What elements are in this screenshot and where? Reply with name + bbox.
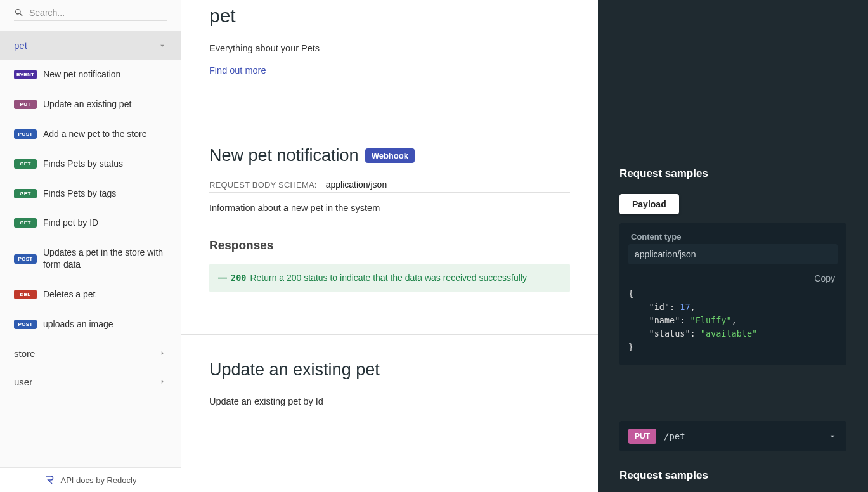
copy-button[interactable]: Copy (628, 273, 838, 283)
method-badge: DEL (14, 290, 37, 299)
nav-item-label: Deletes a pet (43, 288, 167, 301)
nav-item-label: uploads an image (43, 318, 167, 330)
nav-item-label: Updates a pet in the store with form dat… (43, 247, 167, 271)
operation-title-2: Update an existing pet (209, 360, 570, 380)
sample-body: Content type application/json Copy { "id… (619, 223, 846, 365)
operation-title: New pet notification (209, 146, 359, 165)
response-text: Return a 200 status to indicate that the… (250, 273, 527, 283)
payload-tab[interactable]: Payload (619, 194, 679, 214)
nav-item-label: Add a new pet to the store (43, 128, 167, 140)
request-samples-heading-2: Request samples (619, 469, 846, 482)
endpoint-method: PUT (628, 429, 656, 444)
nav-item-label: Finds Pets by status (43, 158, 167, 170)
method-badge: EVENT (14, 70, 37, 79)
schema-label: REQUEST BODY SCHEMA: (209, 180, 317, 190)
nav-section-label: store (14, 348, 35, 359)
request-body-schema: REQUEST BODY SCHEMA: application/json (209, 179, 570, 193)
nav-item-find-by-id[interactable]: GETFind pet by ID (0, 208, 181, 238)
footer-attribution[interactable]: API docs by Redocly (0, 467, 181, 492)
response-dash: — (218, 273, 227, 283)
method-badge: GET (14, 189, 37, 198)
content-type-label: Content type (628, 232, 838, 242)
method-badge: GET (14, 159, 37, 169)
method-badge: PUT (14, 100, 37, 109)
webhook-badge: Webhook (365, 148, 415, 163)
json-name: Fluffy (696, 315, 727, 325)
nav-item-finds-by-tags[interactable]: GETFinds Pets by tags (0, 179, 181, 209)
main-content: pet Everything about your Pets Find out … (181, 0, 598, 492)
nav-item-label: Find pet by ID (43, 217, 167, 229)
operation-desc-2: Update an existing pet by Id (209, 396, 570, 406)
json-id: 17 (680, 302, 690, 312)
nav-item-upload-image[interactable]: POSTuploads an image (0, 309, 181, 339)
tag-description: Everything about your Pets (209, 43, 570, 53)
json-status: available (706, 328, 752, 339)
chevron-right-icon (158, 349, 167, 358)
method-badge: GET (14, 218, 37, 228)
tag-title: pet (209, 5, 570, 27)
nav-section-user[interactable]: user (0, 368, 181, 396)
nav-section-pet[interactable]: pet (0, 31, 181, 60)
sidebar: pet EVENTNew pet notification PUTUpdate … (0, 0, 181, 492)
schema-value: application/json (326, 179, 387, 190)
footer-text: API docs by Redocly (61, 476, 137, 485)
chevron-down-icon (158, 41, 167, 50)
search-icon (14, 8, 24, 18)
nav-item-label: Update an existing pet (43, 98, 167, 110)
search-input[interactable] (29, 8, 167, 18)
method-badge: POST (14, 129, 37, 139)
response-code: 200 (231, 271, 246, 285)
endpoint-bar[interactable]: PUT /pet (619, 421, 846, 451)
content-type-value[interactable]: application/json (628, 244, 838, 264)
nav-item-update-form[interactable]: POSTUpdates a pet in the store with form… (0, 238, 181, 280)
method-badge: POST (14, 254, 37, 264)
code-sample: { "id": 17, "name": "Fluffy", "status": … (628, 287, 838, 354)
right-panel: Request samples Payload Content type app… (598, 0, 868, 492)
request-samples-heading: Request samples (619, 167, 846, 180)
nav-item-label: New pet notification (43, 68, 167, 81)
nav-item-new-pet-notification[interactable]: EVENTNew pet notification (0, 60, 181, 89)
nav-section-label: user (14, 377, 32, 387)
nav-item-finds-by-status[interactable]: GETFinds Pets by status (0, 149, 181, 179)
nav-section-store[interactable]: store (0, 339, 181, 368)
redocly-icon (44, 474, 56, 486)
nav-section-label: pet (14, 40, 27, 51)
responses-heading: Responses (209, 238, 570, 252)
nav-item-label: Finds Pets by tags (43, 188, 167, 200)
find-out-more-link[interactable]: Find out more (209, 65, 266, 75)
divider (181, 334, 598, 335)
search-box[interactable] (14, 5, 167, 21)
nav-item-add-pet[interactable]: POSTAdd a new pet to the store (0, 119, 181, 149)
method-badge: POST (14, 320, 37, 329)
response-200[interactable]: — 200 Return a 200 status to indicate th… (209, 264, 570, 292)
endpoint-path: /pet (664, 431, 827, 441)
nav: pet EVENTNew pet notification PUTUpdate … (0, 26, 181, 467)
schema-description: Information about a new pet in the syste… (209, 203, 570, 213)
nav-item-update-pet[interactable]: PUTUpdate an existing pet (0, 89, 181, 119)
nav-item-delete-pet[interactable]: DELDeletes a pet (0, 280, 181, 309)
chevron-down-icon (827, 431, 838, 441)
chevron-right-icon (158, 377, 167, 386)
